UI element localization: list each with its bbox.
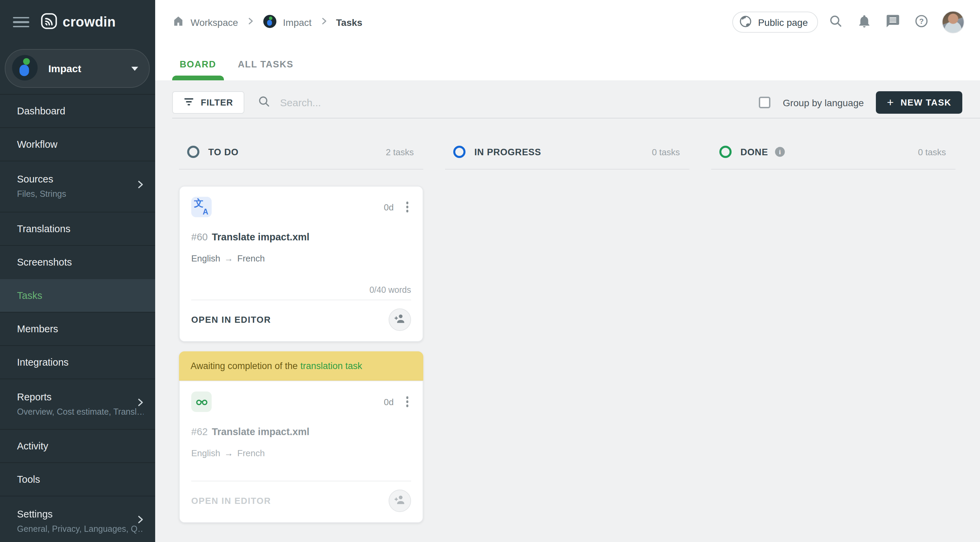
kebab-menu-icon[interactable] <box>403 394 411 410</box>
chevron-down-icon <box>131 66 138 70</box>
info-icon[interactable]: i <box>774 147 785 157</box>
app-window: crowdin Impact Dashboard Workflow <box>0 0 980 542</box>
proofread-task-icon <box>191 392 212 412</box>
column-done-header: DONE i 0 tasks <box>711 146 956 169</box>
topbar-actions: Public page <box>732 11 964 33</box>
in-progress-status-icon <box>453 146 466 158</box>
project-selector[interactable]: Impact <box>5 49 150 88</box>
todo-status-icon <box>187 146 199 158</box>
sidebar-header: crowdin <box>0 0 155 44</box>
search-button[interactable] <box>825 11 846 33</box>
task-id: #62 <box>191 426 208 437</box>
person-add-icon <box>393 493 406 508</box>
assign-user-button[interactable] <box>388 308 411 331</box>
column-in-progress: IN PROGRESS 0 tasks <box>445 146 689 523</box>
tasks-tabs: BOARD ALL TASKS <box>155 44 980 80</box>
topbar: Workspace Impact Tasks <box>155 0 980 44</box>
column-count: 2 tasks <box>386 147 414 157</box>
public-page-button[interactable]: Public page <box>732 11 818 33</box>
breadcrumb-current-page: Tasks <box>336 17 363 27</box>
language-pair: English → French <box>191 448 411 458</box>
sidebar-nav: Dashboard Workflow Sources Files, String… <box>0 94 155 542</box>
translation-task-link[interactable]: translation task <box>301 361 363 371</box>
hamburger-menu-icon[interactable] <box>10 11 33 34</box>
tab-all-tasks[interactable]: ALL TASKS <box>238 48 293 80</box>
svg-text:i: i <box>779 148 781 156</box>
search-icon <box>257 94 270 111</box>
sidebar-item-workflow[interactable]: Workflow <box>0 128 155 161</box>
kanban-board: TO DO 2 tasks 文 A 0d #60 T <box>155 118 980 523</box>
task-title: #60 Translate impact.xml <box>191 231 411 242</box>
messages-button[interactable] <box>882 11 904 33</box>
new-task-button[interactable]: + NEW TASK <box>876 91 962 114</box>
crowdin-logo-icon <box>40 12 58 32</box>
crowdin-logo-text: crowdin <box>63 14 116 30</box>
toolbar-right: Group by language + NEW TASK <box>759 91 962 114</box>
user-avatar[interactable] <box>942 11 964 33</box>
group-by-language-label: Group by language <box>783 97 864 108</box>
column-count: 0 tasks <box>652 147 680 157</box>
active-tab-indicator <box>172 76 224 80</box>
sidebar-item-members[interactable]: Members <box>0 311 155 345</box>
crowdin-logo[interactable]: crowdin <box>40 12 116 32</box>
globe-icon <box>738 14 753 30</box>
sidebar-item-screenshots[interactable]: Screenshots <box>0 245 155 278</box>
tab-board[interactable]: BOARD <box>180 48 216 80</box>
board-content: FILTER Group by language + NEW TASK <box>155 80 980 542</box>
chat-icon <box>885 14 900 31</box>
sidebar-item-settings[interactable]: Settings General, Privacy, Languages, Q… <box>0 496 155 542</box>
blocked-banner: Awaiting completion of the translation t… <box>179 351 423 381</box>
chevron-right-icon <box>135 514 146 528</box>
filter-icon <box>183 96 195 109</box>
breadcrumb-home[interactable]: Workspace <box>172 15 238 29</box>
filter-button[interactable]: FILTER <box>172 91 244 114</box>
sidebar-item-tasks[interactable]: Tasks <box>0 278 155 311</box>
search-input[interactable] <box>279 96 565 109</box>
card-divider <box>191 300 411 300</box>
arrow-right-icon: → <box>224 253 233 263</box>
help-button[interactable]: ? <box>911 11 932 33</box>
search-icon <box>828 14 843 31</box>
breadcrumb-project[interactable]: Impact <box>263 14 312 30</box>
sidebar: crowdin Impact Dashboard Workflow <box>0 0 155 542</box>
sidebar-item-integrations[interactable]: Integrations <box>0 345 155 378</box>
board-toolbar: FILTER Group by language + NEW TASK <box>172 91 962 114</box>
kebab-menu-icon[interactable] <box>403 199 411 215</box>
sidebar-item-activity[interactable]: Activity <box>0 429 155 462</box>
sidebar-item-sources[interactable]: Sources Files, Strings <box>0 161 155 211</box>
column-done: DONE i 0 tasks <box>711 146 956 523</box>
task-card-60[interactable]: 文 A 0d #60 Translate impact.xml English … <box>179 186 423 342</box>
word-progress: 0/40 words <box>191 285 411 295</box>
task-card-62[interactable]: 0d #62 Translate impact.xml English → Fr… <box>179 381 423 523</box>
column-in-progress-header: IN PROGRESS 0 tasks <box>445 146 689 169</box>
chevron-right-icon <box>135 179 146 193</box>
assign-user-button[interactable] <box>388 489 411 512</box>
bell-icon <box>857 14 872 31</box>
column-todo: TO DO 2 tasks 文 A 0d #60 T <box>179 146 423 523</box>
project-avatar <box>11 53 39 83</box>
task-id: #60 <box>191 231 208 242</box>
help-icon: ? <box>914 14 929 31</box>
project-avatar <box>263 14 277 30</box>
open-in-editor-button[interactable]: OPEN IN EDITOR <box>191 314 271 325</box>
chevron-right-icon <box>319 16 329 28</box>
done-status-icon <box>719 146 732 158</box>
sidebar-item-tools[interactable]: Tools <box>0 462 155 496</box>
plus-icon: + <box>887 97 894 108</box>
column-count: 0 tasks <box>918 147 946 157</box>
chevron-right-icon <box>135 397 146 410</box>
task-duration: 0d <box>384 397 394 407</box>
sidebar-item-translations[interactable]: Translations <box>0 211 155 245</box>
task-duration: 0d <box>384 202 394 212</box>
chevron-right-icon <box>246 16 255 28</box>
group-by-language-checkbox[interactable] <box>759 97 770 108</box>
project-name: Impact <box>48 63 131 74</box>
notifications-button[interactable] <box>853 11 875 33</box>
person-add-icon <box>393 312 406 327</box>
column-todo-header: TO DO 2 tasks <box>179 146 423 169</box>
sidebar-item-dashboard[interactable]: Dashboard <box>0 94 155 128</box>
open-in-editor-button: OPEN IN EDITOR <box>191 496 271 506</box>
search-field <box>257 94 759 111</box>
arrow-right-icon: → <box>224 448 233 458</box>
sidebar-item-reports[interactable]: Reports Overview, Cost estimate, Transl… <box>0 378 155 429</box>
